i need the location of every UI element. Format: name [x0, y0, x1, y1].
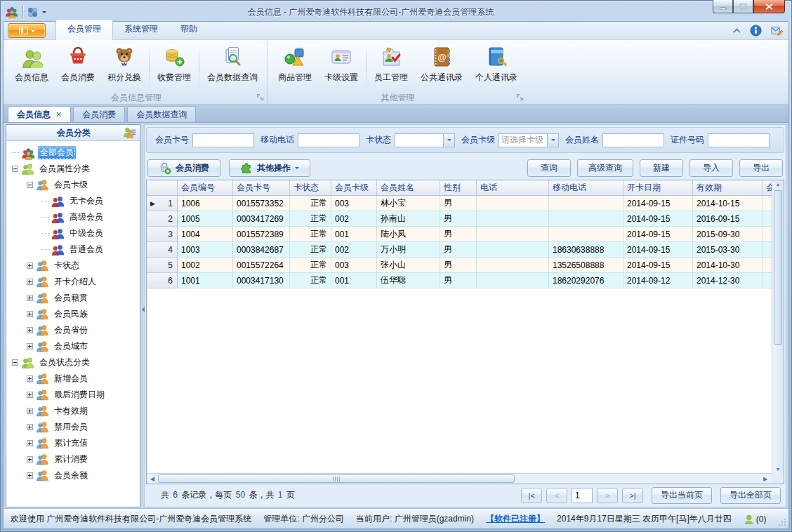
new-button[interactable]: 新建 [640, 159, 683, 177]
minimize-button[interactable] [713, 0, 733, 13]
scroll-up-icon[interactable]: ▲ [772, 182, 784, 187]
table-cell[interactable]: 正常 [290, 227, 331, 242]
table-cell[interactable]: 陆小凤 [377, 227, 440, 242]
tree-item-member-balance[interactable]: 会员余额 [6, 467, 140, 484]
tree-expander-plus-icon[interactable] [27, 311, 33, 317]
table-cell[interactable]: 18620292076 [549, 273, 623, 288]
doc-tab-member-info[interactable]: 会员信息✕ [8, 106, 71, 122]
last-page-button[interactable]: >| [622, 488, 643, 503]
quick-access-toolbar-icon[interactable] [27, 7, 38, 18]
tree-item-card-validity[interactable]: 卡有效期 [6, 403, 140, 419]
table-cell[interactable]: 0015573352 [233, 196, 290, 211]
tree-item-no-card-member[interactable]: 无卡会员 [6, 193, 140, 209]
table-cell[interactable]: 男 [440, 211, 477, 227]
tree-item-senior-member[interactable]: 高级会员 [6, 209, 140, 225]
table-cell[interactable]: 2014-09-15 [623, 227, 693, 242]
table-row[interactable]: 510020015572264正常003张小山男135265088882014-… [147, 258, 772, 273]
tree-item-member-ethnic[interactable]: 会员民族 [6, 306, 140, 322]
vertical-scrollbar-thumb[interactable] [774, 190, 782, 345]
horizontal-scrollbar[interactable]: ◀ ▶ [147, 473, 784, 484]
filter-input-member-name[interactable] [602, 133, 664, 147]
tree-item-total-recharge[interactable]: 累计充值 [6, 435, 140, 451]
table-row[interactable]: ▶110060015573352正常003林小宝男2014-09-152014-… [147, 196, 772, 211]
ribbon-item-personal-contacts[interactable]: 个人通讯录 [469, 42, 524, 91]
tree-expander-plus-icon[interactable] [27, 472, 33, 479]
tree-item-member-province[interactable]: 会员省份 [6, 322, 140, 338]
table-cell[interactable] [477, 196, 549, 211]
tree-item-all-members[interactable]: 全部会员 [6, 145, 140, 161]
table-cell[interactable] [477, 273, 549, 288]
collapse-ribbon-icon[interactable] [732, 26, 741, 35]
table-cell[interactable]: 1004 [178, 227, 233, 242]
grid-column-header[interactable]: 会员卡号 [233, 180, 290, 195]
table-cell[interactable]: 2014-09-15 [623, 196, 693, 211]
feedback-icon[interactable] [770, 24, 783, 36]
table-row[interactable]: 610010003417130正常001伍华聪男186202920762014-… [147, 273, 772, 288]
horizontal-scrollbar-thumb[interactable] [158, 474, 515, 483]
tree-item-middle-member[interactable]: 中级会员 [6, 225, 140, 241]
grid-column-header[interactable]: 电话 [477, 180, 549, 195]
grid-column-header[interactable]: 移动电话 [549, 180, 623, 195]
grid-column-header[interactable]: 卡状态 [290, 180, 331, 195]
filter-combo-card-status[interactable] [395, 133, 455, 147]
table-cell[interactable]: 正常 [290, 273, 331, 288]
filter-input-card-no[interactable] [192, 133, 254, 147]
message-indicator[interactable]: (0) [744, 514, 767, 524]
table-cell[interactable]: 男 [440, 196, 477, 211]
doc-tab-member-data-query[interactable]: 会员数据查询 [127, 106, 196, 122]
member-category-icon[interactable] [124, 126, 136, 139]
tree-expander-plus-icon[interactable] [27, 343, 33, 350]
table-cell[interactable]: 1005 [178, 211, 233, 227]
filter-input-mobile[interactable] [298, 133, 359, 147]
tree-expander-plus-icon[interactable] [27, 408, 33, 414]
ribbon-item-fee-management[interactable]: 收费管理 [151, 42, 197, 91]
ribbon-item-public-contacts[interactable]: @公共通讯录 [414, 42, 469, 91]
tree-expander-minus-icon[interactable] [27, 182, 33, 188]
table-cell[interactable]: 正常 [290, 242, 331, 258]
filter-combo-card-level[interactable]: 请选择卡级 [499, 133, 559, 147]
tree-item-member-origin[interactable]: 会员籍贯 [6, 290, 140, 306]
scroll-left-icon[interactable]: ◀ [147, 476, 158, 482]
table-row[interactable]: 210050003417269正常002孙南山男2014-09-152016-0… [147, 211, 772, 227]
tree-item-disabled-members[interactable]: 禁用会员 [6, 419, 140, 435]
ribbon-tab-help[interactable]: 帮助 [169, 20, 209, 39]
dialog-launcher-icon[interactable] [516, 93, 524, 102]
table-cell[interactable]: 2014-09-15 [623, 242, 693, 258]
table-cell[interactable]: 1002 [178, 258, 233, 273]
table-cell[interactable]: 0003417269 [233, 211, 290, 227]
tree-item-status-category[interactable]: 会员状态分类 [6, 354, 140, 371]
table-cell[interactable]: 002 [331, 242, 377, 258]
ribbon-tab-member-management[interactable]: 会员管理 [55, 19, 113, 40]
grid-column-header[interactable] [147, 180, 178, 195]
tree-item-last-consume-date[interactable]: 最后消费日期 [6, 387, 140, 403]
table-cell[interactable] [477, 211, 549, 227]
sidebar-collapse-arrow[interactable] [139, 307, 145, 312]
table-cell[interactable]: 正常 [290, 211, 331, 227]
table-cell[interactable]: 0015572264 [233, 258, 290, 273]
table-cell[interactable]: 002 [331, 211, 377, 227]
close-button[interactable] [753, 0, 785, 13]
export-all-pages-button[interactable]: 导出全部页 [720, 487, 781, 504]
doc-tab-member-consume[interactable]: 会员消费 [73, 106, 125, 122]
query-button[interactable]: 查询 [527, 159, 571, 177]
ribbon-item-points-exchange[interactable]: 积分兑换 [101, 42, 147, 91]
maximize-button[interactable] [733, 0, 753, 13]
table-cell[interactable]: 万小明 [377, 242, 440, 258]
table-cell[interactable]: 林小宝 [377, 196, 440, 211]
table-cell[interactable]: 男 [440, 273, 477, 288]
table-row[interactable]: 310040015572389正常001陆小凤男2014-09-152015-0… [147, 227, 772, 242]
table-cell[interactable]: 男 [440, 227, 477, 242]
grid-column-header[interactable]: 性别 [440, 180, 477, 195]
tree-expander-plus-icon[interactable] [27, 375, 33, 382]
table-cell[interactable]: 1003 [178, 242, 233, 258]
tree-expander-plus-icon[interactable] [27, 456, 33, 463]
grid-column-header[interactable]: 会员姓名 [377, 180, 440, 195]
table-cell[interactable]: 003 [331, 196, 377, 211]
tree-item-member-city[interactable]: 会员城市 [6, 338, 140, 354]
scroll-down-icon[interactable]: ▼ [772, 467, 784, 472]
grid-column-header[interactable]: 会员卡级 [331, 180, 377, 195]
table-cell[interactable] [549, 227, 623, 242]
combo-dropdown-button[interactable] [547, 134, 558, 147]
table-cell[interactable]: 1001 [178, 273, 233, 288]
table-cell[interactable]: 伍华聪 [377, 273, 440, 288]
